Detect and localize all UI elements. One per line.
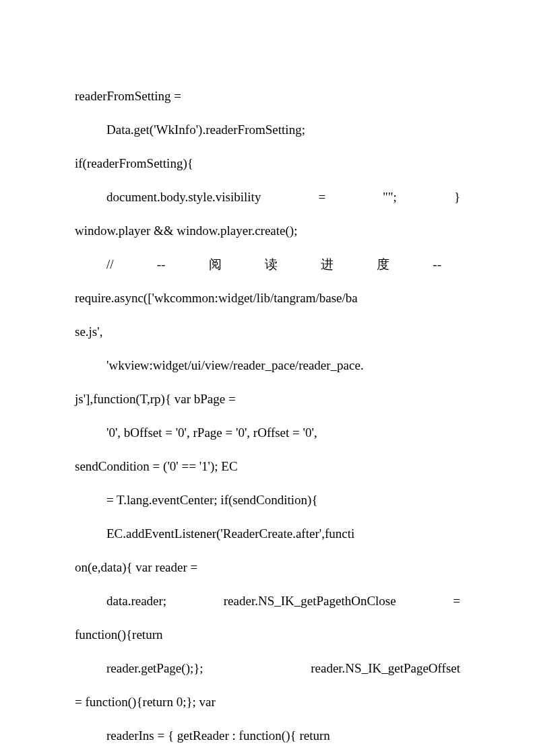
code-line: se.js', [75,315,460,349]
code-span: reader.NS_IK_getPageOffset [311,652,460,685]
code-line: Data.get('WkInfo').readerFromSetting; [75,113,460,147]
code-line: js'],function(T,rp){ var bPage = [75,382,460,416]
code-span: // [106,248,114,281]
code-span: reader.NS_IK_getPagethOnClose [224,584,396,618]
code-line: 'wkview:widget/ui/view/reader_pace/reade… [75,349,460,382]
code-span: document.body.style.visibility [106,180,261,214]
code-span: data.reader; [106,584,166,618]
code-line: = function(){return 0;}; var [75,685,460,719]
code-line: '0', bOffset = '0', rPage = '0', rOffset… [75,416,460,450]
code-line: document.body.style.visibility = ""; } [75,180,460,214]
code-line: readerIns = { getReader : function(){ re… [75,719,460,753]
code-line: function(){return [75,618,460,652]
code-line: reader; } }; var readerPace = new [75,753,460,756]
code-line: if(readerFromSetting){ [75,147,460,180]
document-page: readerFromSetting = Data.get('WkInfo').r… [0,0,535,756]
code-line: reader.getPage();}; reader.NS_IK_getPage… [75,652,460,685]
code-line: on(e,data){ var reader = [75,551,460,584]
code-span: ""; [383,180,397,214]
code-line: data.reader; reader.NS_IK_getPagethOnClo… [75,584,460,618]
code-span: 阅 [209,248,222,281]
code-span: 读 [265,248,278,281]
code-line: EC.addEventListener('ReaderCreate.after'… [75,517,460,551]
code-comment-line: // -- 阅 读 进 度 -- [75,248,460,281]
code-span: } [454,180,460,214]
code-span: = [453,584,460,618]
code-span: 度 [377,248,389,281]
code-span: 进 [321,248,334,281]
code-line: readerFromSetting = [75,79,460,113]
code-line: = T.lang.eventCenter; if(sendCondition){ [75,483,460,517]
code-span: -- [433,248,441,281]
code-line: sendCondition = ('0' == '1'); EC [75,450,460,483]
code-line: window.player && window.player.create(); [75,214,460,248]
code-line: require.async(['wkcommon:widget/lib/tang… [75,281,460,315]
code-span: reader.getPage();}; [106,652,203,685]
code-span: -- [157,248,166,281]
code-span: = [318,180,325,214]
